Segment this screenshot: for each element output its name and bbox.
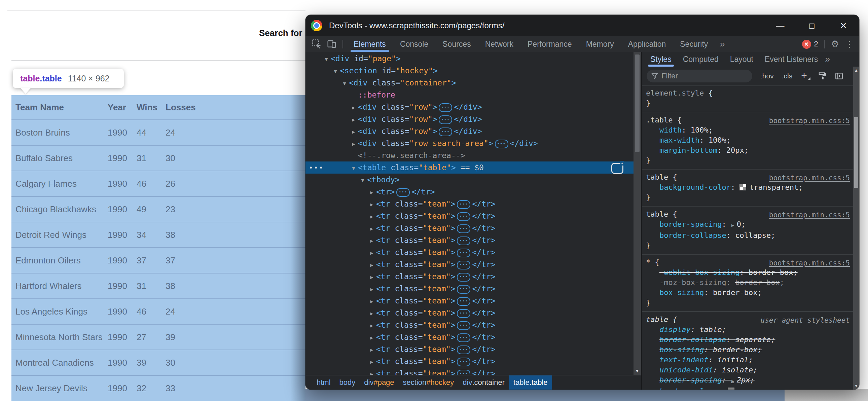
elements-scrollbar-thumb[interactable] — [635, 55, 640, 152]
breadcrumb-item-div-page[interactable]: div#page — [360, 375, 398, 390]
rule-selector[interactable]: table — [646, 210, 668, 218]
inline-expand-icon[interactable]: ••• — [457, 224, 470, 233]
console-errors-badge[interactable]: ✕ 2 — [802, 40, 818, 49]
inline-expand-icon[interactable]: ••• — [457, 321, 470, 330]
styles-tab-styles[interactable]: Styles — [645, 52, 677, 67]
inline-expand-icon[interactable]: ••• — [457, 333, 470, 342]
breadcrumb-item-section-hockey[interactable]: section#hockey — [399, 375, 459, 390]
collapse-arrow-icon[interactable]: ▼ — [322, 53, 331, 65]
device-toolbar-icon[interactable] — [326, 38, 337, 50]
tree-node[interactable]: ▶<tr class="team">•••</tr> — [306, 295, 633, 307]
inline-expand-icon[interactable]: ••• — [457, 237, 470, 245]
tab-memory[interactable]: Memory — [579, 36, 621, 52]
tree-node[interactable]: ▶<tr class="team">•••</tr> — [306, 319, 633, 331]
css-property[interactable]: border-color: ▶gray; — [646, 386, 849, 390]
scroll-into-view-badge-icon[interactable] — [611, 163, 623, 174]
tab-application[interactable]: Application — [621, 36, 673, 52]
expand-arrow-icon[interactable]: ▶ — [367, 319, 376, 332]
rule-selector[interactable]: table — [646, 315, 668, 323]
tab-performance[interactable]: Performance — [521, 36, 579, 52]
expand-value-arrow-icon[interactable]: ▶ — [732, 223, 734, 228]
css-property[interactable]: border-collapse: separate; — [646, 335, 849, 345]
expand-arrow-icon[interactable]: ▶ — [367, 356, 376, 368]
css-property[interactable]: border-spacing: ▶2px; — [646, 375, 849, 386]
class-toggle-button[interactable]: .cls — [782, 72, 793, 80]
minimize-button[interactable]: — — [773, 15, 787, 36]
css-property[interactable]: background-color: transparent; — [646, 182, 849, 192]
expand-arrow-icon[interactable]: ▶ — [367, 271, 376, 283]
devtools-titlebar[interactable]: DevTools - www.scrapethissite.com/pages/… — [306, 15, 859, 36]
css-property[interactable]: -moz-box-sizing: border-box; — [646, 278, 849, 288]
collapse-arrow-icon[interactable]: ▼ — [331, 65, 340, 78]
expand-arrow-icon[interactable]: ▶ — [367, 186, 376, 198]
css-property[interactable]: border-spacing: ▶0; — [646, 219, 849, 230]
pseudo-state-button[interactable]: :hov — [760, 72, 774, 80]
inline-expand-icon[interactable]: ••• — [495, 140, 508, 148]
settings-gear-icon[interactable]: ⚙ — [831, 39, 839, 50]
collapse-arrow-icon[interactable]: ▼ — [340, 78, 349, 90]
tree-node[interactable]: ▶<tr class="team">•••</tr> — [306, 210, 633, 222]
tree-node[interactable]: ▶<tr class="team">•••</tr> — [306, 307, 633, 319]
expand-arrow-icon[interactable]: ▶ — [367, 223, 376, 235]
tree-node[interactable]: ::before — [306, 89, 633, 101]
inline-expand-icon[interactable]: ••• — [439, 115, 452, 124]
inline-expand-icon[interactable]: ••• — [457, 345, 470, 354]
tree-node[interactable]: ▶<tr class="team">•••</tr> — [306, 198, 633, 210]
rule-selector[interactable]: table — [646, 173, 668, 181]
maximize-button[interactable]: □ — [805, 15, 819, 36]
rule-selector[interactable]: .table — [646, 116, 673, 124]
tab-security[interactable]: Security — [673, 36, 715, 52]
inline-expand-icon[interactable]: ••• — [396, 188, 410, 197]
expand-arrow-icon[interactable]: ▶ — [367, 296, 376, 307]
inline-expand-icon[interactable]: ••• — [439, 127, 452, 136]
expand-arrow-icon[interactable]: ▶ — [367, 283, 376, 296]
css-property[interactable]: text-indent: initial; — [646, 355, 849, 365]
stylesheet-link[interactable]: bootstrap.min.css:5 — [769, 116, 850, 126]
expand-arrow-icon[interactable]: ▶ — [367, 247, 376, 259]
tree-node[interactable]: ▶<tr class="team">•••</tr> — [306, 271, 633, 283]
tree-node[interactable]: <!--.row.search-area--> — [306, 149, 633, 161]
tree-node[interactable]: ▶<tr class="team">•••</tr> — [306, 258, 633, 271]
tree-node[interactable]: ▶<tr>•••</tr> — [306, 186, 633, 198]
styles-tab-computed[interactable]: Computed — [677, 52, 724, 67]
expand-arrow-icon[interactable]: ▶ — [367, 332, 376, 344]
tree-node[interactable]: ▶<tr class="team">•••</tr> — [306, 367, 633, 375]
filter-input[interactable]: Filter — [647, 70, 752, 83]
expand-arrow-icon[interactable]: ▶ — [367, 211, 376, 223]
expand-value-arrow-icon[interactable]: ▶ — [732, 378, 734, 383]
tree-node[interactable]: ▶<div class="row">•••</div> — [306, 113, 633, 125]
color-swatch-gray[interactable] — [728, 388, 735, 390]
scrollbar-down-arrow-icon[interactable]: ▼ — [633, 368, 641, 373]
tree-node[interactable]: ▶<div class="row">•••</div> — [306, 101, 633, 113]
inline-expand-icon[interactable]: ••• — [457, 297, 470, 306]
inline-expand-icon[interactable]: ••• — [457, 309, 470, 318]
styles-scrollbar[interactable]: ▲ ▼ — [853, 67, 859, 390]
rendering-brush-icon[interactable] — [818, 72, 827, 81]
scrollbar-down-arrow-icon[interactable]: ▼ — [853, 383, 859, 388]
css-property[interactable]: box-sizing: border-box; — [646, 345, 849, 355]
tree-node-selected[interactable]: ▼<table class="table"> == $0••• — [306, 161, 633, 174]
expand-arrow-icon[interactable]: ▶ — [367, 259, 376, 271]
tree-node[interactable]: ▼<tbody> — [306, 174, 633, 186]
scrollbar-up-arrow-icon[interactable]: ▲ — [853, 68, 859, 73]
color-swatch-checker[interactable] — [740, 184, 746, 190]
kebab-menu-icon[interactable]: ⋮ — [845, 39, 854, 50]
stylesheet-link[interactable]: bootstrap.min.css:5 — [769, 258, 850, 268]
expand-arrow-icon[interactable]: ▶ — [367, 198, 376, 211]
inline-expand-icon[interactable]: ••• — [457, 285, 470, 294]
css-property[interactable]: -webkit-box-sizing: border-box; — [646, 268, 849, 278]
tree-node[interactable]: ▶<tr class="team">•••</tr> — [306, 283, 633, 295]
stylesheet-link[interactable]: bootstrap.min.css:5 — [769, 173, 850, 183]
inline-expand-icon[interactable]: ••• — [439, 103, 452, 112]
tree-node[interactable]: ▶<tr class="team">•••</tr> — [306, 246, 633, 258]
tree-node[interactable]: ▶<div class="row">•••</div> — [306, 125, 633, 137]
tab-console[interactable]: Console — [393, 36, 435, 52]
inline-expand-icon[interactable]: ••• — [457, 200, 470, 209]
breadcrumb-item-body[interactable]: body — [335, 375, 360, 390]
expand-arrow-icon[interactable]: ▶ — [367, 235, 376, 247]
collapse-arrow-icon[interactable]: ▼ — [349, 162, 358, 174]
expand-arrow-icon[interactable]: ▶ — [367, 307, 376, 319]
breadcrumb-item-html[interactable]: html — [312, 375, 335, 390]
css-property[interactable]: border-collapse: collapse; — [646, 230, 849, 241]
dock-sidebar-icon[interactable] — [835, 72, 843, 81]
